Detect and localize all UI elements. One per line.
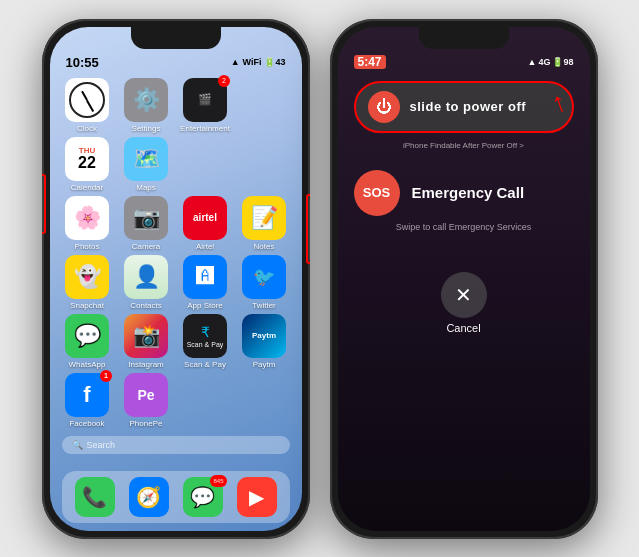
airtel-icon: airtel — [183, 196, 227, 240]
app-label-twitter: Twitter — [252, 301, 276, 310]
app-paytm[interactable]: Paytm Paytm — [239, 314, 290, 369]
app-clock[interactable]: Clock — [62, 78, 113, 133]
app-label-paytm: Paytm — [253, 360, 276, 369]
dock-safari[interactable]: 🧭 — [129, 477, 169, 517]
app-camera[interactable]: 📷 Camera — [121, 196, 172, 251]
app-label-clock: Clock — [77, 124, 97, 133]
appstore-icon: 🅰 — [183, 255, 227, 299]
slide-power-button[interactable]: ⏻ slide to power off — [354, 81, 574, 133]
phone-1-screen: 10:55 ▲ WiFi 🔋43 Clock — [50, 27, 302, 531]
sos-circle[interactable]: SOS — [354, 170, 400, 216]
notes-icon: 📝 — [242, 196, 286, 240]
home-screen: 10:55 ▲ WiFi 🔋43 Clock — [50, 27, 302, 531]
twitter-icon: 🐦 — [242, 255, 286, 299]
left-button-highlight — [42, 174, 46, 234]
app-snapchat[interactable]: 👻 Snapchat — [62, 255, 113, 310]
app-entertainment[interactable]: 🎬 2 Entertainment — [180, 78, 231, 133]
app-empty-3 — [239, 137, 290, 192]
entertainment-badge: 2 — [218, 75, 230, 87]
app-label-notes: Notes — [254, 242, 275, 251]
power-icon: ⏻ — [368, 91, 400, 123]
app-twitter[interactable]: 🐦 Twitter — [239, 255, 290, 310]
poweroff-screen: 5:47 ▲ 4G 🔋98 ⏻ slide to power off iPhon… — [338, 27, 590, 531]
camera-icon: 📷 — [124, 196, 168, 240]
app-photos[interactable]: 🌸 Photos — [62, 196, 113, 251]
app-grid-row4: 👻 Snapchat 👤 Contacts 🅰 App Store 🐦 Twit… — [50, 251, 302, 314]
clock-face — [69, 82, 105, 118]
app-label-instagram: Instagram — [128, 360, 164, 369]
app-label-facebook: Facebook — [69, 419, 104, 428]
app-whatsapp[interactable]: 💬 WhatsApp — [62, 314, 113, 369]
wifi-icon-1: WiFi — [243, 57, 262, 67]
app-contacts[interactable]: 👤 Contacts — [121, 255, 172, 310]
app-scanpay[interactable]: ₹ Scan & Pay Scan & Pay — [180, 314, 231, 369]
sos-section: SOS Emergency Call — [354, 170, 574, 216]
phone-2-screen: 5:47 ▲ 4G 🔋98 ⏻ slide to power off iPhon… — [338, 27, 590, 531]
app-label-airtel: Airtel — [196, 242, 214, 251]
instagram-icon: 📸 — [124, 314, 168, 358]
snapchat-icon: 👻 — [65, 255, 109, 299]
phonepe-icon: Pe — [124, 373, 168, 417]
clock-widget — [65, 78, 109, 122]
app-label-appstore: App Store — [187, 301, 223, 310]
settings-icon: ⚙️ — [124, 78, 168, 122]
search-icon: 🔍 — [72, 440, 83, 450]
findable-text: iPhone Findable After Power Off > — [354, 141, 574, 150]
app-facebook[interactable]: f 1 Facebook — [62, 373, 113, 428]
app-grid-row3: 🌸 Photos 📷 Camera airtel Airtel 📝 Notes — [50, 192, 302, 255]
notch-2 — [419, 27, 509, 49]
swipe-hint: Swipe to call Emergency Services — [354, 222, 574, 232]
facebook-icon: f 1 — [65, 373, 109, 417]
dock: 📞 🧭 💬 845 ▶ — [62, 471, 290, 523]
cancel-icon: ✕ — [455, 283, 472, 307]
app-notes[interactable]: 📝 Notes — [239, 196, 290, 251]
cancel-section: ✕ Cancel — [338, 272, 590, 334]
photos-icon: 🌸 — [65, 196, 109, 240]
app-label-settings: Settings — [132, 124, 161, 133]
time-1: 10:55 — [66, 55, 99, 70]
notch-1 — [131, 27, 221, 49]
sos-label: SOS — [363, 185, 390, 200]
app-label-contacts: Contacts — [130, 301, 162, 310]
cancel-button[interactable]: ✕ — [441, 272, 487, 318]
app-phonepe[interactable]: Pe PhonePe — [121, 373, 172, 428]
app-grid-row1: Clock ⚙️ Settings 🎬 2 Entertainment — [50, 74, 302, 137]
right-button-highlight — [306, 194, 310, 264]
dock-messages[interactable]: 💬 845 — [183, 477, 223, 517]
dock-youtube[interactable]: ▶ — [237, 477, 277, 517]
maps-icon: 🗺️ — [124, 137, 168, 181]
app-label-maps: Maps — [136, 183, 156, 192]
app-settings[interactable]: ⚙️ Settings — [121, 78, 172, 133]
clock-min-hand — [86, 99, 94, 111]
app-label-photos: Photos — [75, 242, 100, 251]
status-icons-2: ▲ 4G 🔋98 — [528, 57, 574, 67]
search-bar[interactable]: 🔍 Search — [62, 436, 290, 454]
app-label-camera: Camera — [132, 242, 160, 251]
app-label-snapchat: Snapchat — [70, 301, 104, 310]
status-icons-1: ▲ WiFi 🔋43 — [231, 57, 286, 67]
time-2: 5:47 — [354, 55, 386, 69]
paytm-icon: Paytm — [242, 314, 286, 358]
app-label-scanpay: Scan & Pay — [184, 360, 226, 369]
app-grid-row5: 💬 WhatsApp 📸 Instagram ₹ Scan & Pay Scan… — [50, 310, 302, 373]
facebook-badge: 1 — [100, 370, 112, 382]
app-instagram[interactable]: 📸 Instagram — [121, 314, 172, 369]
app-airtel[interactable]: airtel Airtel — [180, 196, 231, 251]
dock-phone[interactable]: 📞 — [75, 477, 115, 517]
app-label-whatsapp: WhatsApp — [69, 360, 106, 369]
app-appstore[interactable]: 🅰 App Store — [180, 255, 231, 310]
app-label-phonepe: PhonePe — [130, 419, 163, 428]
app-calendar[interactable]: THU 22 Calendar — [62, 137, 113, 192]
scanpay-icon: ₹ Scan & Pay — [183, 314, 227, 358]
app-empty-1 — [239, 78, 290, 133]
app-grid-row6: f 1 Facebook Pe PhonePe — [50, 369, 302, 432]
app-maps[interactable]: 🗺️ Maps — [121, 137, 172, 192]
battery-2: 🔋98 — [552, 57, 573, 67]
phone-2-frame: 5:47 ▲ 4G 🔋98 ⏻ slide to power off iPhon… — [330, 19, 598, 539]
slide-power-label: slide to power off — [410, 99, 527, 114]
search-placeholder: Search — [87, 440, 116, 450]
emergency-call-text: Emergency Call — [412, 184, 525, 201]
signal-icon-1: ▲ — [231, 57, 240, 67]
messages-badge: 845 — [210, 475, 226, 487]
whatsapp-icon: 💬 — [65, 314, 109, 358]
